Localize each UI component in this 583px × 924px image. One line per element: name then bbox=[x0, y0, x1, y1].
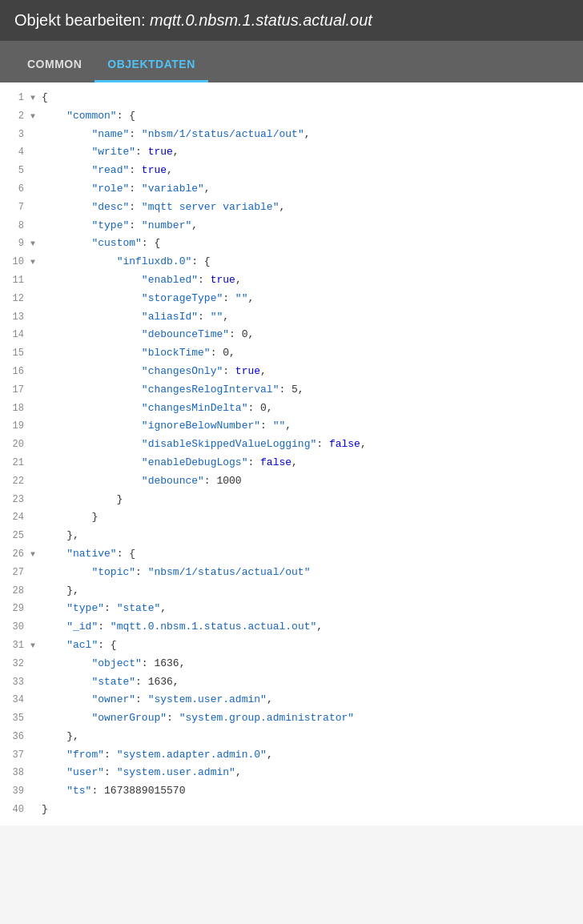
line-content: "write": true, bbox=[42, 144, 583, 161]
line-arrow[interactable]: ▼ bbox=[30, 637, 42, 653]
table-row: 25 }, bbox=[0, 527, 583, 545]
line-number: 16 bbox=[0, 364, 30, 380]
line-arrow[interactable]: ▼ bbox=[30, 546, 42, 561]
table-row: 2▼ "common": { bbox=[0, 107, 583, 126]
line-arrow bbox=[30, 528, 42, 530]
tab-bar: COMMON OBJEKTDATEN bbox=[0, 41, 583, 82]
line-number: 38 bbox=[0, 765, 30, 781]
line-arrow bbox=[30, 400, 42, 403]
line-number: 35 bbox=[0, 710, 30, 726]
table-row: 6 "role": "variable", bbox=[0, 180, 583, 199]
line-arrow bbox=[30, 656, 42, 658]
table-row: 5 "read": true, bbox=[0, 162, 583, 180]
line-arrow bbox=[30, 218, 42, 220]
table-row: 13 "aliasId": "", bbox=[0, 308, 583, 327]
line-content: } bbox=[42, 509, 583, 526]
line-content: "type": "number", bbox=[42, 218, 583, 235]
line-content: "debounceTime": 0, bbox=[42, 327, 583, 343]
table-row: 10▼ "influxdb.0": { bbox=[0, 253, 583, 271]
line-content: "ignoreBelowNumber": "", bbox=[42, 418, 583, 435]
line-arrow bbox=[30, 272, 42, 275]
table-row: 32 "object": 1636, bbox=[0, 655, 583, 673]
line-number: 26 bbox=[0, 546, 30, 562]
line-content: "role": "variable", bbox=[42, 181, 583, 198]
line-arrow[interactable]: ▼ bbox=[30, 254, 42, 269]
table-row: 31▼ "acl": { bbox=[0, 637, 583, 655]
line-arrow bbox=[30, 747, 42, 749]
line-content: "changesMinDelta": 0, bbox=[42, 400, 583, 417]
table-row: 21 "enableDebugLogs": false, bbox=[0, 454, 583, 472]
line-arrow bbox=[30, 729, 42, 731]
table-row: 17 "changesRelogInterval": 5, bbox=[0, 381, 583, 400]
line-number: 10 bbox=[0, 254, 30, 270]
header-title: mqtt.0.nbsm.1.status.actual.out bbox=[150, 11, 372, 29]
line-number: 33 bbox=[0, 674, 30, 690]
line-number: 20 bbox=[0, 436, 30, 452]
code-editor: 1▼{2▼ "common": {3 "name": "nbsm/1/statu… bbox=[0, 82, 583, 826]
line-content: "user": "system.user.admin", bbox=[42, 765, 583, 781]
line-arrow bbox=[30, 418, 42, 420]
line-arrow bbox=[30, 583, 42, 585]
line-content: "native": { bbox=[42, 546, 583, 563]
line-arrow bbox=[30, 327, 42, 329]
table-row: 14 "debounceTime": 0, bbox=[0, 326, 583, 344]
line-number: 6 bbox=[0, 181, 30, 197]
line-content: "desc": "mqtt server variable", bbox=[42, 199, 583, 216]
table-row: 34 "owner": "system.user.admin", bbox=[0, 691, 583, 709]
line-content: "influxdb.0": { bbox=[42, 254, 583, 271]
line-content: "enabled": true, bbox=[42, 272, 583, 289]
table-row: 35 "ownerGroup": "system.group.administr… bbox=[0, 709, 583, 728]
tab-common[interactable]: COMMON bbox=[14, 50, 94, 82]
line-number: 22 bbox=[0, 473, 30, 489]
line-content: "disableSkippedValueLogging": false, bbox=[42, 436, 583, 453]
line-arrow bbox=[30, 291, 42, 293]
line-number: 27 bbox=[0, 564, 30, 581]
line-number: 1 bbox=[0, 90, 30, 106]
table-row: 22 "debounce": 1000 bbox=[0, 472, 583, 491]
tab-objektdaten[interactable]: OBJEKTDATEN bbox=[94, 50, 207, 82]
line-number: 14 bbox=[0, 327, 30, 343]
line-content: "from": "system.adapter.admin.0", bbox=[42, 747, 583, 764]
line-number: 40 bbox=[0, 801, 30, 818]
line-arrow[interactable]: ▼ bbox=[30, 90, 42, 105]
table-row: 12 "storageType": "", bbox=[0, 290, 583, 308]
line-arrow bbox=[30, 163, 42, 165]
line-content: "owner": "system.user.admin", bbox=[42, 692, 583, 709]
line-number: 18 bbox=[0, 400, 30, 416]
line-arrow bbox=[30, 619, 42, 621]
line-arrow bbox=[30, 674, 42, 677]
line-arrow bbox=[30, 127, 42, 129]
table-row: 40 } bbox=[0, 801, 583, 819]
table-row: 38 "user": "system.user.admin", bbox=[0, 764, 583, 782]
line-number: 31 bbox=[0, 637, 30, 653]
table-row: 4 "write": true, bbox=[0, 143, 583, 162]
line-number: 19 bbox=[0, 418, 30, 434]
line-arrow bbox=[30, 564, 42, 567]
line-number: 3 bbox=[0, 127, 30, 143]
line-number: 25 bbox=[0, 528, 30, 544]
line-content: "common": { bbox=[42, 108, 583, 125]
line-content: "topic": "nbsm/1/status/actual/out" bbox=[42, 564, 583, 581]
line-content: "type": "state", bbox=[42, 601, 583, 617]
line-arrow bbox=[30, 364, 42, 366]
table-row: 19 "ignoreBelowNumber": "", bbox=[0, 417, 583, 436]
table-row: 28 }, bbox=[0, 582, 583, 601]
table-row: 37 "from": "system.adapter.admin.0", bbox=[0, 746, 583, 765]
line-content: "debounce": 1000 bbox=[42, 473, 583, 490]
table-row: 23 } bbox=[0, 491, 583, 509]
line-number: 11 bbox=[0, 272, 30, 288]
line-number: 32 bbox=[0, 656, 30, 672]
table-row: 8 "type": "number", bbox=[0, 217, 583, 235]
table-row: 16 "changesOnly": true, bbox=[0, 363, 583, 381]
line-content: "state": 1636, bbox=[42, 674, 583, 691]
line-arrow[interactable]: ▼ bbox=[30, 108, 42, 123]
line-number: 7 bbox=[0, 199, 30, 215]
page-container: Objekt bearbeiten: mqtt.0.nbsm.1.status.… bbox=[0, 0, 583, 826]
line-content: } bbox=[42, 492, 583, 508]
table-row: 20 "disableSkippedValueLogging": false, bbox=[0, 436, 583, 454]
line-arrow[interactable]: ▼ bbox=[30, 235, 42, 251]
line-content: "ts": 1673889015570 bbox=[42, 783, 583, 800]
line-arrow bbox=[30, 436, 42, 439]
page-header: Objekt bearbeiten: mqtt.0.nbsm.1.status.… bbox=[0, 0, 583, 41]
line-content: "changesRelogInterval": 5, bbox=[42, 382, 583, 399]
